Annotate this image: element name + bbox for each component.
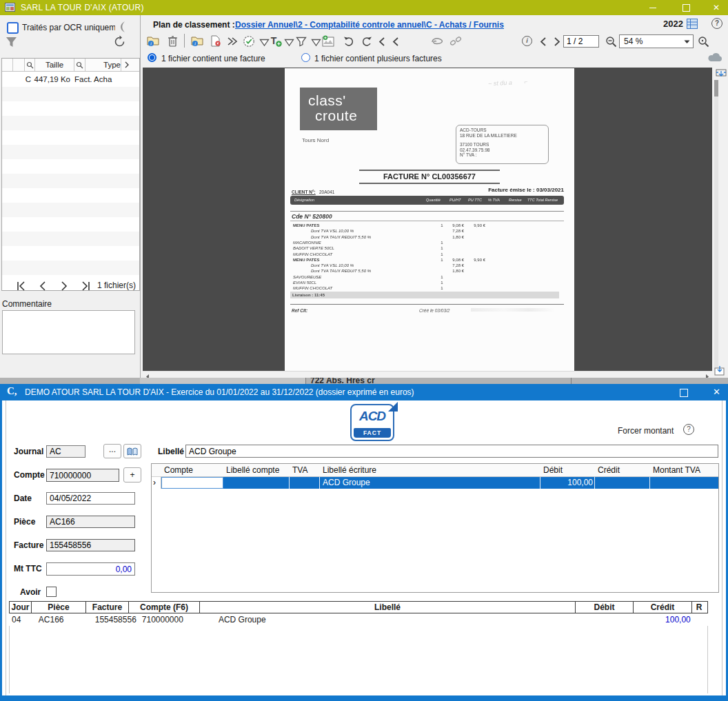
journal-table-body[interactable]	[9, 626, 708, 693]
mt-ttc-input[interactable]	[46, 562, 135, 576]
funnel-icon[interactable]	[296, 35, 307, 48]
journal-table[interactable]: Jour Pièce Facture Compte (F6) Libellé D…	[9, 601, 708, 693]
index-grid-icon[interactable]	[687, 19, 698, 29]
close-button[interactable]: ✕	[713, 387, 720, 397]
remove-file-icon[interactable]	[210, 34, 221, 48]
background-cell	[140, 378, 305, 384]
cell-libelle-ecriture[interactable]: ACD Groupe	[320, 477, 540, 489]
facture-input[interactable]	[46, 539, 135, 551]
validate-stamp-icon[interactable]	[243, 34, 255, 48]
date-input[interactable]	[46, 492, 135, 505]
add-account-button[interactable]: +	[123, 467, 141, 482]
entry-grid-selected-row[interactable]: › ACD Groupe 100,00	[152, 477, 718, 489]
file-col-type[interactable]: Type	[85, 59, 121, 71]
comment-box[interactable]	[2, 310, 135, 354]
file-col-taille[interactable]: Taille	[35, 59, 74, 71]
entry-grid[interactable]: Compte Libellé compte TVA Libellé écritu…	[151, 463, 719, 593]
filter-icon[interactable]	[6, 37, 17, 48]
next-doc-page-icon[interactable]	[553, 35, 561, 48]
maximize-button[interactable]	[674, 0, 698, 15]
file-type: Fact. Acha	[70, 75, 136, 83]
classify-folder-icon[interactable]: i	[147, 34, 160, 48]
journal-input[interactable]	[46, 445, 85, 458]
search-icon[interactable]	[25, 59, 35, 71]
reclassify-folder-icon[interactable]: i	[191, 34, 204, 48]
client-value: 20A041	[319, 190, 334, 194]
add-text-icon[interactable]: T	[270, 34, 283, 48]
chevron-left-icon[interactable]	[392, 35, 400, 48]
maximize-button[interactable]	[680, 389, 688, 397]
cell-compte[interactable]	[161, 477, 223, 489]
first-page-icon[interactable]	[15, 280, 29, 294]
entry-grid-header: Compte Libellé compte TVA Libellé écritu…	[152, 464, 718, 477]
lasso-icon[interactable]	[430, 35, 444, 48]
journal-browse-button[interactable]: ...	[103, 444, 121, 458]
add-image-icon[interactable]	[322, 34, 335, 48]
radio-many-invoices[interactable]	[301, 53, 310, 62]
cell-tva[interactable]	[290, 477, 320, 489]
page-info-icon[interactable]: i	[522, 36, 532, 46]
cell-libelle-compte[interactable]	[223, 477, 290, 489]
minimize-button[interactable]	[641, 0, 665, 15]
chevron-right-icon[interactable]	[121, 59, 132, 71]
col-credit: Crédit	[595, 464, 650, 476]
rotate-left-icon[interactable]	[343, 34, 355, 48]
libelle-input[interactable]	[185, 445, 718, 458]
radio-one-invoice[interactable]	[148, 53, 156, 62]
chevron-down-icon[interactable]	[684, 40, 690, 44]
export-page-icon[interactable]	[714, 365, 726, 376]
empty-file-row	[2, 159, 139, 174]
file-col-blank1[interactable]	[2, 59, 13, 71]
dropdown-triangle-icon[interactable]	[284, 36, 294, 49]
piece-input[interactable]	[46, 516, 135, 528]
vertical-scrollbar[interactable]	[714, 80, 718, 369]
zoom-combobox[interactable]: 54 %	[619, 34, 694, 48]
journal-table-row[interactable]: 04 AC166 155458556 710000000 ACD Groupe …	[9, 613, 708, 626]
chevron-left-icon[interactable]	[378, 35, 386, 48]
force-amount-label[interactable]: Forcer montant	[618, 426, 674, 436]
avoir-checkbox[interactable]	[46, 587, 57, 597]
cell-credit[interactable]	[595, 477, 650, 489]
refresh-icon[interactable]	[113, 35, 126, 48]
file-count-label: 1 fichier(s)	[92, 281, 136, 290]
scroll-thumb[interactable]	[714, 80, 718, 96]
search-icon[interactable]	[74, 59, 85, 71]
dropdown-triangle-icon[interactable]	[311, 36, 321, 49]
svg-text:T: T	[271, 35, 277, 46]
zoom-select-icon[interactable]	[698, 35, 709, 48]
cell-debit[interactable]: 100,00	[540, 477, 595, 489]
force-amount-help-icon[interactable]: ?	[683, 424, 694, 435]
journal-book-button[interactable]	[123, 444, 141, 458]
zoom-out-icon[interactable]	[605, 35, 617, 48]
rule	[290, 221, 564, 221]
ocr-only-checkbox[interactable]	[7, 22, 19, 34]
rotate-right-icon[interactable]	[361, 34, 373, 48]
file-col-blank2[interactable]	[13, 59, 25, 71]
year-label: 2022	[663, 19, 683, 29]
file-row[interactable]: C 447,19 Ko Fact. Acha	[2, 72, 139, 87]
close-button[interactable]: ✕	[705, 0, 728, 15]
unlink-icon[interactable]	[449, 34, 462, 48]
document-viewer[interactable]: ~ st du a ⌐ class' croute Tours Nord ACD…	[143, 68, 712, 371]
created-date: Créé le 03/03/2	[419, 308, 449, 313]
cell-montant-tva[interactable]	[650, 477, 718, 489]
background-account-text: 722 Abs. Hres cr	[310, 378, 375, 383]
plan-breadcrumb-link[interactable]: Dossier Annuel\2 - Comptabilité controle…	[235, 20, 504, 30]
page-number-input[interactable]	[563, 35, 599, 48]
compte-input[interactable]	[46, 469, 119, 482]
col-montant-tva: Montant TVA	[650, 464, 718, 476]
delete-icon[interactable]	[168, 34, 178, 48]
cell-r	[695, 613, 708, 626]
inner-border	[722, 400, 722, 695]
prev-page-icon[interactable]	[37, 280, 50, 294]
next-page-icon[interactable]	[58, 280, 72, 294]
fit-width-icon[interactable]	[716, 69, 727, 78]
collapse-panel-icon[interactable]	[117, 21, 127, 33]
help-icon[interactable]: ?	[711, 18, 722, 29]
sort-down-icon[interactable]	[259, 36, 270, 49]
invoice-scan-page: ~ st du a ⌐ class' croute Tours Nord ACD…	[285, 68, 574, 371]
acdfact-window: C, DEMO ATOUR SARL LA TOUR D'AIX - Exerc…	[0, 384, 728, 701]
send-forward-icon[interactable]	[226, 34, 238, 48]
prev-doc-page-icon[interactable]	[539, 35, 547, 48]
last-page-icon[interactable]	[79, 280, 93, 294]
